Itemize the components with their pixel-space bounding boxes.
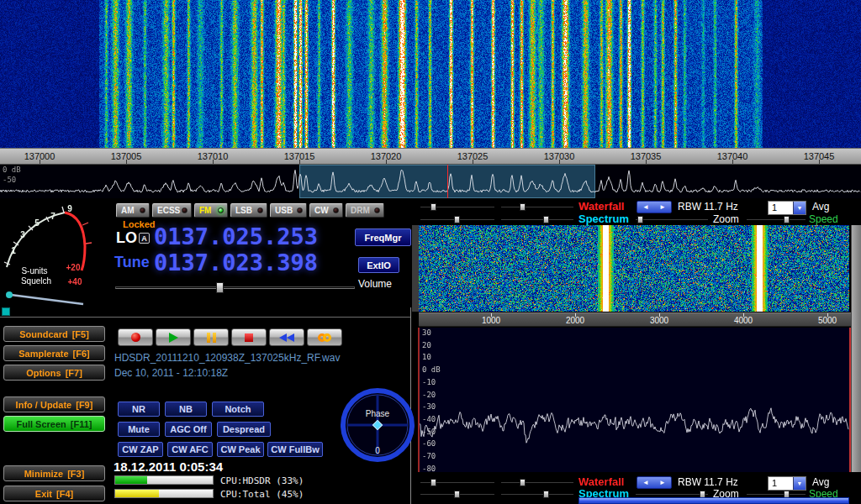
volume-slider-thumb[interactable] xyxy=(216,282,224,293)
smeter-squelch-label: Squelch xyxy=(21,276,51,286)
mode-drm-button[interactable]: DRM xyxy=(346,203,384,218)
slider-thumb[interactable] xyxy=(430,479,436,486)
play-button[interactable] xyxy=(156,328,191,346)
slider-track xyxy=(636,494,708,495)
spectrum-db-scale-label: -40 xyxy=(422,415,436,423)
stop-button[interactable] xyxy=(231,328,267,346)
top-spectrum-label[interactable]: Spectrum xyxy=(578,213,629,225)
record-datetime: 18.12.2011 0:05:34 xyxy=(114,459,223,474)
agc-off-button[interactable]: AGC Off xyxy=(165,422,212,437)
record-button[interactable] xyxy=(118,328,153,346)
top-spec-brightness-slider[interactable] xyxy=(420,216,494,223)
arrow-right-icon[interactable]: ► xyxy=(659,479,666,486)
slider-thumb[interactable] xyxy=(454,216,460,223)
options-button[interactable]: Options [F7] xyxy=(3,365,105,381)
cw-peak-button[interactable]: CW Peak xyxy=(217,442,264,457)
slider-thumb[interactable] xyxy=(784,216,790,223)
top-zoom-slider[interactable] xyxy=(636,216,708,223)
bottom-spec-brightness-slider[interactable] xyxy=(420,491,494,498)
right-scrollbar[interactable] xyxy=(851,225,861,472)
mode-fm-button[interactable]: FM xyxy=(194,203,228,218)
fullscreen-button[interactable]: Full Screen [F11] xyxy=(3,416,105,432)
pause-icon xyxy=(207,333,216,343)
mode-cw-button[interactable]: CW xyxy=(309,203,343,218)
bottom-band-arrows[interactable]: ◄► xyxy=(637,476,672,489)
arrow-right-icon[interactable]: ► xyxy=(659,203,666,211)
nr-button[interactable]: NR xyxy=(118,402,160,417)
lo-lock-badge[interactable]: A xyxy=(139,233,150,244)
frequency-scale[interactable]: 1370001370051370101370151370201370251370… xyxy=(0,148,861,165)
spectrum-db-scale-label: -20 xyxy=(422,391,436,399)
pause-button[interactable] xyxy=(193,328,229,346)
slider-thumb[interactable] xyxy=(520,203,526,211)
main-spectrum-display[interactable] xyxy=(0,165,861,198)
rewind-button[interactable] xyxy=(269,328,304,346)
mode-bar: AM ECSS FM LSB USB CW DRM xyxy=(116,203,384,218)
bottom-avg-select[interactable]: 1 ▼ xyxy=(768,476,806,491)
slider-track xyxy=(501,219,573,220)
mute-button[interactable]: Mute xyxy=(118,422,160,437)
lo-label: LO xyxy=(116,229,137,247)
slider-thumb[interactable] xyxy=(520,479,526,486)
bottom-wf-brightness-slider[interactable] xyxy=(420,479,494,486)
top-band-arrows[interactable]: ◄► xyxy=(637,201,672,213)
slider-thumb[interactable] xyxy=(543,491,549,498)
top-wf-brightness-slider[interactable] xyxy=(420,203,494,211)
slider-thumb[interactable] xyxy=(454,491,460,498)
bottom-waterfall-label[interactable]: Waterfall xyxy=(578,475,624,488)
dropdown-arrow-icon[interactable]: ▼ xyxy=(793,477,806,490)
loop-button[interactable] xyxy=(307,328,342,346)
squelch-indicator[interactable] xyxy=(2,307,10,316)
mode-am-button[interactable]: AM xyxy=(116,203,150,218)
tune-label: Tune xyxy=(114,254,150,271)
nb-button[interactable]: NB xyxy=(165,402,207,417)
volume-slider[interactable] xyxy=(115,282,355,293)
mode-lsb-button[interactable]: LSB xyxy=(230,203,267,218)
top-waterfall-label[interactable]: Waterfall xyxy=(578,200,624,213)
freqmgr-button[interactable]: FreqMgr xyxy=(355,228,411,246)
minimize-button[interactable]: Minimize [F3] xyxy=(3,465,105,481)
panel-divider-horizontal xyxy=(0,317,411,318)
info-update-button[interactable]: Info / Update [F9] xyxy=(3,396,105,412)
mode-ecss-button[interactable]: ECSS xyxy=(152,203,192,218)
bottom-spec-contrast-slider[interactable] xyxy=(501,491,573,498)
cw-afc-button[interactable]: CW AFC xyxy=(167,442,213,457)
slider-thumb[interactable] xyxy=(430,203,436,211)
zoom-scale-tick xyxy=(491,313,492,317)
lo-frequency-display[interactable]: 0137.025.253 xyxy=(154,223,318,249)
extio-button[interactable]: ExtIO xyxy=(358,257,399,273)
top-spec-contrast-slider[interactable] xyxy=(501,216,573,223)
arrow-left-icon[interactable]: ◄ xyxy=(642,203,649,211)
top-speed-slider[interactable] xyxy=(747,216,806,223)
slider-thumb[interactable] xyxy=(543,216,549,223)
cw-fullbw-button[interactable]: CW FullBw xyxy=(267,442,323,457)
top-avg-select[interactable]: 1 ▼ xyxy=(768,201,806,215)
zoom-frequency-scale[interactable]: 10002000300040005000 xyxy=(419,312,851,327)
main-waterfall-display[interactable] xyxy=(0,0,861,148)
dropdown-arrow-icon[interactable]: ▼ xyxy=(793,202,806,214)
bottom-wf-contrast-slider[interactable] xyxy=(501,479,573,486)
recording-filename: HDSDR_20111210_120938Z_137025kHz_RF.wav xyxy=(114,352,340,364)
top-speed-label: Speed xyxy=(809,213,838,225)
main-spectrum-db-50-label: -50 xyxy=(3,176,16,184)
zoom-waterfall-display[interactable] xyxy=(419,225,849,312)
cw-zap-button[interactable]: CW ZAP xyxy=(118,442,163,457)
info-update-button-label: Info / Update xyxy=(16,400,72,410)
soundcard-button[interactable]: Soundcard [F5] xyxy=(3,326,105,342)
arrow-left-icon[interactable]: ◄ xyxy=(642,479,649,486)
tune-frequency-display[interactable]: 0137.023.398 xyxy=(154,249,318,276)
despread-button[interactable]: Despread xyxy=(217,422,271,437)
notch-button[interactable]: Notch xyxy=(212,402,264,417)
slider-thumb[interactable] xyxy=(637,216,643,223)
zoom-pan-bar[interactable] xyxy=(578,497,849,504)
phase-label: Phase xyxy=(366,409,390,418)
slider-track xyxy=(747,494,806,495)
top-wf-contrast-slider[interactable] xyxy=(501,203,573,211)
zoom-scale-tick xyxy=(743,313,744,317)
fullscreen-button-label: Full Screen xyxy=(17,419,66,429)
spectrum-db-scale-label: -30 xyxy=(422,402,436,411)
freq-scale-tick xyxy=(646,160,647,164)
exit-button[interactable]: Exit [F4] xyxy=(3,486,105,501)
mode-usb-button[interactable]: USB xyxy=(270,203,307,218)
samplerate-button[interactable]: Samplerate [F6] xyxy=(3,345,105,361)
